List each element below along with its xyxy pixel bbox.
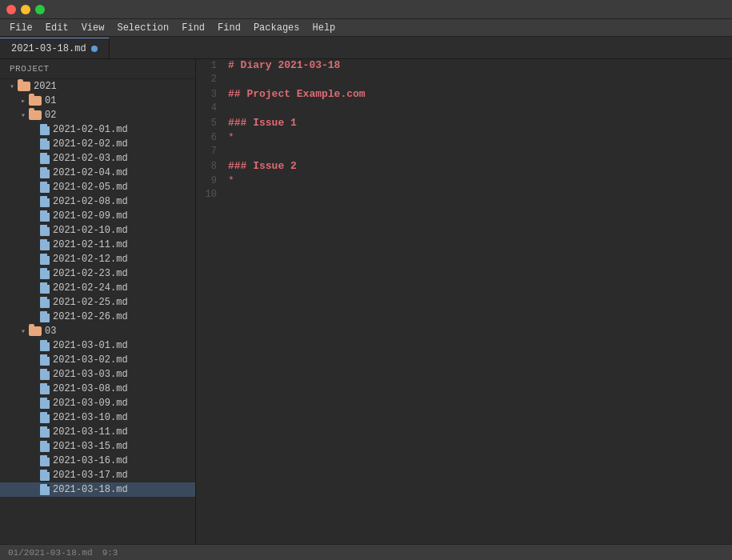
tree-item-folder-03[interactable]: ▾03 [0, 324, 195, 338]
file-icon [40, 225, 50, 236]
file-icon [40, 455, 50, 466]
file-icon [40, 311, 50, 322]
tree-item-file-0301[interactable]: 2021-03-01.md [0, 338, 195, 353]
folder-icon [29, 326, 42, 336]
tree-label: 01 [45, 95, 56, 106]
tree-label: 2021-03-16.md [53, 455, 128, 466]
tree-item-file-0310[interactable]: 2021-03-10.md [0, 410, 195, 425]
minimize-button[interactable] [21, 5, 30, 14]
tree-item-folder-01[interactable]: ▸01 [0, 94, 195, 108]
tree-label: 02 [45, 110, 56, 121]
menu-item-file[interactable]: File [3, 21, 39, 35]
file-icon [40, 239, 50, 250]
tree-item-file-0205[interactable]: 2021-02-05.md [0, 180, 195, 194]
file-icon [40, 282, 50, 294]
menu-item-edit[interactable]: Edit [39, 21, 75, 35]
line-8[interactable]: 8### Issue 2 [196, 160, 732, 174]
tree-item-file-0202[interactable]: 2021-02-02.md [0, 137, 195, 151]
file-icon [40, 412, 50, 423]
editor[interactable]: 1# Diary 2021-03-1823## Project Example.… [196, 59, 732, 544]
tree-label: 2021-03-01.md [53, 340, 128, 351]
tree-item-file-0303[interactable]: 2021-03-03.md [0, 367, 195, 382]
tree-item-file-0225[interactable]: 2021-02-25.md [0, 295, 195, 310]
tree-item-file-0309[interactable]: 2021-03-09.md [0, 396, 195, 410]
tree-item-file-0308[interactable]: 2021-03-08.md [0, 382, 195, 396]
tree-item-file-0204[interactable]: 2021-02-04.md [0, 166, 195, 180]
tree-item-file-0316[interactable]: 2021-03-16.md [0, 454, 195, 468]
tree-item-file-0203[interactable]: 2021-02-03.md [0, 151, 195, 166]
tree-label: 2021-02-12.md [53, 254, 128, 265]
tree-item-file-0311[interactable]: 2021-03-11.md [0, 425, 195, 439]
tab-editor[interactable]: 2021-03-18.md [0, 38, 110, 58]
tree-item-file-0317[interactable]: 2021-03-17.md [0, 468, 195, 482]
file-tree: ▾2021▸01▾022021-02-01.md2021-02-02.md202… [0, 79, 195, 497]
tree-label: 2021-03-17.md [53, 470, 128, 481]
file-icon [40, 484, 50, 495]
line-4[interactable]: 4 [196, 102, 732, 117]
close-button[interactable] [6, 5, 16, 14]
menu-item-packages[interactable]: Packages [247, 21, 306, 35]
menu-item-selection[interactable]: Selection [110, 21, 175, 35]
line-number: 6 [196, 132, 225, 143]
line-number: 4 [196, 102, 225, 114]
line-number: 3 [196, 89, 225, 100]
line-5[interactable]: 5### Issue 1 [196, 117, 732, 131]
statusbar: 01/2021-03-18.md 9:3 [0, 544, 732, 560]
tree-label: 2021-03-03.md [53, 369, 128, 380]
file-icon [40, 383, 50, 394]
tree-label: 2021-03-10.md [53, 412, 128, 423]
tree-item-file-0210[interactable]: 2021-02-10.md [0, 223, 195, 238]
file-icon [40, 167, 50, 178]
line-1[interactable]: 1# Diary 2021-03-18 [196, 59, 732, 74]
tree-item-file-0208[interactable]: 2021-02-08.md [0, 194, 195, 209]
line-content: * [225, 174, 234, 186]
line-3[interactable]: 3## Project Example.com [196, 88, 732, 102]
file-icon [40, 182, 50, 193]
file-icon [40, 268, 50, 279]
sidebar: Project ▾2021▸01▾022021-02-01.md2021-02-… [0, 59, 196, 544]
file-icon [40, 124, 50, 135]
tree-item-file-0302[interactable]: 2021-03-02.md [0, 353, 195, 367]
tree-item-folder-02[interactable]: ▾02 [0, 108, 195, 122]
line-6[interactable]: 6* [196, 131, 732, 146]
chevron-icon: ▾ [6, 81, 18, 92]
line-10[interactable]: 10 [196, 189, 732, 203]
tree-item-file-0226[interactable]: 2021-02-26.md [0, 310, 195, 324]
line-7[interactable]: 7 [196, 146, 732, 160]
line-2[interactable]: 2 [196, 74, 732, 88]
tree-item-file-0201[interactable]: 2021-02-01.md [0, 122, 195, 137]
file-icon [40, 254, 50, 265]
file-icon [40, 354, 50, 366]
file-icon [40, 138, 50, 150]
tree-label: 2021-02-02.md [53, 138, 128, 150]
chevron-icon: ▾ [18, 110, 29, 121]
tab-modified-dot [91, 46, 98, 52]
menubar: FileEditViewSelectionFindFindPackagesHel… [0, 19, 732, 37]
tree-item-file-0315[interactable]: 2021-03-15.md [0, 439, 195, 454]
tree-item-file-0209[interactable]: 2021-02-09.md [0, 209, 195, 223]
folder-icon [18, 82, 30, 91]
tree-item-file-0223[interactable]: 2021-02-23.md [0, 266, 195, 281]
tree-label: 2021-02-05.md [53, 182, 128, 193]
tabbar: 2021-03-18.md [0, 37, 732, 59]
line-number: 7 [196, 146, 225, 157]
tree-item-file-0211[interactable]: 2021-02-11.md [0, 238, 195, 252]
menu-item-find[interactable]: Find [211, 21, 247, 35]
line-9[interactable]: 9* [196, 174, 732, 189]
tree-item-file-0224[interactable]: 2021-02-24.md [0, 281, 195, 295]
line-number: 1 [196, 60, 225, 71]
tree-label: 2021-03-02.md [53, 354, 128, 366]
folder-icon [29, 110, 42, 120]
tree-label: 2021-02-03.md [53, 153, 128, 164]
tree-label: 2021 [34, 81, 57, 92]
maximize-button[interactable] [35, 5, 45, 14]
menu-item-view[interactable]: View [75, 21, 111, 35]
tree-item-year-2021[interactable]: ▾2021 [0, 79, 195, 94]
window-controls [6, 5, 45, 14]
menu-item-help[interactable]: Help [306, 21, 342, 35]
menu-item-find[interactable]: Find [175, 21, 211, 35]
tree-label: 2021-02-08.md [53, 196, 128, 207]
tree-item-file-0212[interactable]: 2021-02-12.md [0, 252, 195, 266]
file-icon [40, 210, 50, 222]
tree-item-file-0318[interactable]: 2021-03-18.md [0, 482, 195, 497]
